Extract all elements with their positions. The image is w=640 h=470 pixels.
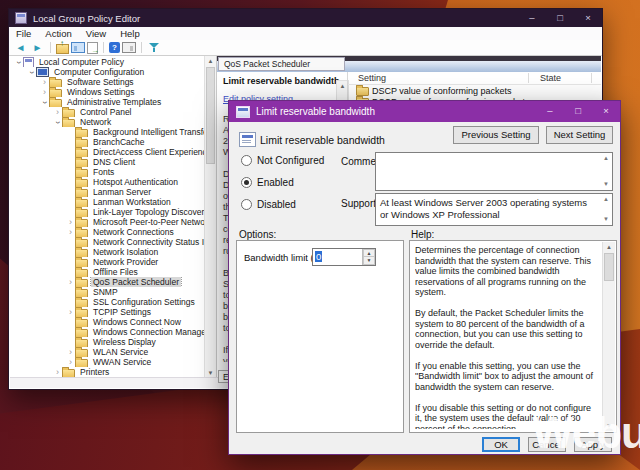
column-divider[interactable] [591, 73, 592, 83]
scroll-down-icon[interactable]: ▼ [601, 215, 611, 224]
tree-item[interactable]: Printers [10, 367, 205, 377]
expander-icon[interactable] [66, 308, 75, 317]
tree-item[interactable]: Microsoft Peer-to-Peer Networking Servic… [10, 217, 205, 227]
tree-item[interactable]: Offline Files [10, 267, 205, 277]
tree-item[interactable]: Network Isolation [10, 247, 205, 257]
expander-icon[interactable] [40, 98, 49, 107]
export-list-icon[interactable] [87, 42, 98, 54]
help-scrollbar[interactable]: ▲ ▼ [602, 242, 615, 431]
tree-item[interactable]: TCPIP Settings [10, 307, 205, 317]
tree-item[interactable]: Background Intelligent Transfer Service … [10, 127, 205, 137]
scroll-down-icon[interactable]: ▼ [603, 421, 615, 431]
menu-item[interactable]: View [79, 28, 113, 40]
tree-item[interactable]: Link-Layer Topology Discovery [10, 207, 205, 217]
tree-item[interactable]: QoS Packet Scheduler [10, 277, 205, 287]
maximize-button[interactable]: □ [546, 9, 574, 27]
tree-item-label: Network Connectivity Status Indicator [91, 237, 205, 247]
dialog-button[interactable]: Apply [574, 437, 612, 452]
tree-item[interactable]: SNMP [10, 287, 205, 297]
tree-item[interactable]: Control Panel [10, 107, 205, 117]
tree-item[interactable]: DirectAccess Client Experience Settings [10, 147, 205, 157]
tree-item[interactable]: WLAN Service [10, 347, 205, 357]
expander-icon[interactable] [53, 118, 62, 127]
tree-item-label: Windows Settings [65, 87, 137, 97]
dialog-maximize-button[interactable]: □ [564, 101, 592, 122]
tree-item[interactable]: WWAN Service [10, 357, 205, 367]
tree-item[interactable]: Network Connectivity Status Indicator [10, 237, 205, 247]
tree-item[interactable]: Network Provider [10, 257, 205, 267]
console-tree-icon[interactable] [71, 42, 85, 53]
column-header-state[interactable]: State [540, 73, 561, 83]
radio-button-icon[interactable] [241, 177, 252, 188]
dialog-close-button[interactable]: × [592, 101, 620, 122]
tree-item[interactable]: Wireless Display [10, 337, 205, 347]
expander-icon[interactable] [53, 108, 62, 117]
expander-icon[interactable] [53, 368, 62, 377]
dialog-button[interactable]: OK [482, 437, 520, 452]
dialog-minimize-button[interactable]: – [536, 101, 564, 122]
expander-icon[interactable] [40, 78, 49, 87]
minimize-button[interactable]: – [518, 9, 546, 27]
menu-item[interactable]: File [9, 28, 38, 40]
tree-item[interactable]: Windows Connect Now [10, 317, 205, 327]
scroll-up-icon[interactable]: ▲ [205, 56, 216, 66]
tree-scrollbar[interactable]: ▲ ▼ [204, 56, 216, 378]
tree-item[interactable]: Hotspot Authentication [10, 177, 205, 187]
tree-item[interactable]: Lanman Server [10, 187, 205, 197]
action-pane-icon[interactable] [122, 42, 136, 53]
expander-icon[interactable] [40, 88, 49, 97]
up-one-level-icon[interactable] [56, 44, 69, 54]
tree-item[interactable]: Software Settings [10, 77, 205, 87]
scrollbar-thumb[interactable] [604, 253, 614, 281]
tree-item[interactable]: Network Connections [10, 227, 205, 237]
tree-item[interactable]: Computer Configuration [10, 67, 205, 77]
expander-icon[interactable] [66, 348, 75, 357]
tree-item[interactable]: Administrative Templates [10, 97, 205, 107]
radio-option[interactable]: Disabled [241, 198, 324, 211]
scroll-up-icon[interactable]: ▲ [601, 154, 611, 163]
supported-on-value: At least Windows Server 2003 operating s… [380, 197, 598, 221]
comment-textarea[interactable]: ▲ ▼ [375, 152, 613, 191]
radio-button-icon[interactable] [241, 155, 252, 166]
forward-icon[interactable] [30, 41, 45, 54]
scroll-down-icon[interactable]: ▼ [601, 180, 611, 189]
radio-option[interactable]: Enabled [241, 176, 324, 189]
spinner-down-icon[interactable]: ▼ [363, 256, 375, 265]
expander-icon[interactable] [66, 278, 75, 287]
tree-item[interactable]: Fonts [10, 167, 205, 177]
expander-icon[interactable] [27, 68, 36, 77]
dialog-button[interactable]: Cancel [528, 437, 566, 452]
expander-icon[interactable] [14, 58, 23, 67]
column-header-setting[interactable]: Setting [358, 73, 386, 83]
tree-item[interactable]: Windows Connection Manager [10, 327, 205, 337]
radio-button-icon[interactable] [241, 199, 252, 210]
tree-item[interactable]: BranchCache [10, 137, 205, 147]
tree-item[interactable]: Network [10, 117, 205, 127]
scrollbar-thumb[interactable] [206, 67, 215, 164]
expander-icon[interactable] [66, 218, 75, 227]
tree-item[interactable]: DNS Client [10, 157, 205, 167]
back-icon[interactable] [13, 41, 28, 54]
close-button[interactable]: × [574, 9, 602, 27]
scroll-up-icon[interactable]: ▲ [603, 242, 615, 252]
supported-on-box[interactable]: At least Windows Server 2003 operating s… [375, 193, 613, 226]
radio-option[interactable]: Not Configured [241, 154, 324, 167]
previous-setting-button[interactable]: Previous Setting [453, 126, 539, 144]
tree-item[interactable]: Lanman Workstation [10, 197, 205, 207]
expander-icon[interactable] [66, 358, 75, 367]
filter-icon[interactable] [147, 41, 162, 54]
app-icon[interactable] [15, 12, 27, 24]
help-icon[interactable] [109, 42, 120, 53]
column-divider[interactable] [528, 73, 529, 83]
bandwidth-limit-spinner[interactable]: 0 ▲ ▼ [312, 248, 376, 266]
tree-item[interactable]: Local Computer Policy [10, 57, 205, 67]
next-setting-button[interactable]: Next Setting [546, 126, 613, 144]
tree-item-icon [75, 279, 88, 288]
tree-item[interactable]: Windows Settings [10, 87, 205, 97]
menu-item[interactable]: Help [113, 28, 147, 40]
menu-item[interactable]: Action [38, 28, 78, 40]
scroll-up-icon[interactable]: ▲ [601, 195, 611, 204]
tree-item[interactable]: SSL Configuration Settings [10, 297, 205, 307]
setting-row[interactable]: DSCP value of conforming packets [348, 85, 601, 96]
expander-icon[interactable] [66, 228, 75, 237]
